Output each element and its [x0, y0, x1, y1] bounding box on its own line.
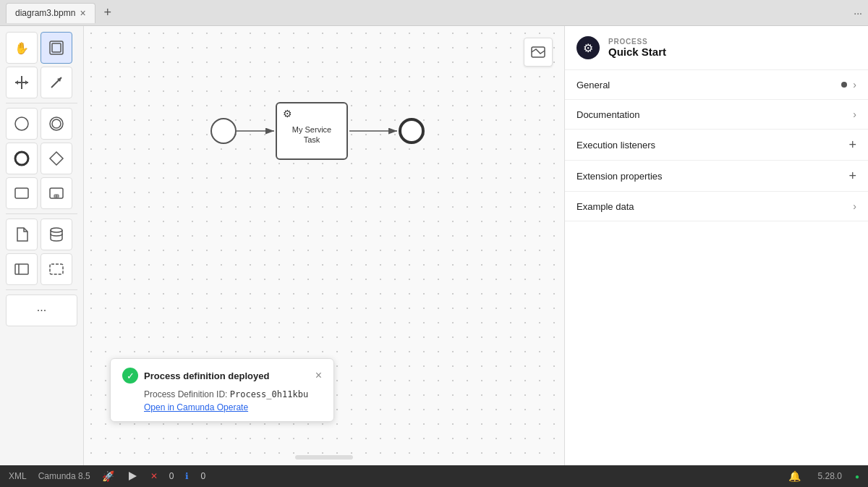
tab-label: diagram3.bpmn [15, 8, 75, 18]
intermediate-event-tool-button[interactable] [41, 108, 72, 140]
pool-tool-button[interactable] [6, 253, 38, 285]
extension-properties-section[interactable]: Extension properties + [565, 161, 868, 192]
execution-listeners-label: Execution listeners [576, 140, 848, 151]
error-count: 0 [169, 471, 174, 481]
svg-point-18 [51, 228, 62, 232]
version-label: 5.28.0 [818, 471, 842, 481]
extension-properties-label: Extension properties [576, 171, 848, 182]
space-tool-button[interactable] [6, 67, 38, 98]
execution-listeners-section[interactable]: Execution listeners + [565, 130, 868, 161]
svg-rect-21 [50, 264, 63, 274]
tool-row-7 [6, 253, 77, 285]
info-count: 0 [200, 471, 205, 481]
tool-row-5 [6, 177, 77, 209]
diagram-canvas[interactable]: ⚙ My ServiceTask ✓ Process definition de… [84, 26, 564, 465]
service-task-label: My ServiceTask [289, 124, 334, 145]
version-dot: ● [855, 473, 859, 480]
tool-row-4 [6, 143, 77, 174]
panel-badge: PROCESS [608, 38, 666, 46]
notification-title: Process definition deployed [144, 370, 310, 381]
group-tool-button[interactable] [41, 253, 72, 285]
documentation-section-label: Documentation [576, 109, 853, 120]
panel-title: Quick Start [608, 46, 666, 58]
svg-point-8 [15, 117, 28, 130]
tab-close-button[interactable]: × [80, 8, 85, 18]
toolbar-divider-3 [6, 289, 77, 290]
tab-more-button[interactable]: ··· [854, 7, 862, 19]
start-event-tool-button[interactable] [6, 108, 38, 140]
minimap-button[interactable] [524, 38, 553, 67]
example-data-chevron-icon: › [853, 200, 856, 212]
general-dot-indicator [841, 82, 847, 88]
general-section[interactable]: General › [565, 70, 868, 100]
end-event[interactable] [399, 118, 425, 144]
svg-rect-13 [15, 188, 28, 198]
notification-close-button[interactable]: × [315, 369, 322, 382]
title-bar: diagram3.bpmn × + ··· [0, 0, 868, 26]
toolbar-divider-2 [6, 213, 77, 214]
process-icon: ⚙ [576, 36, 600, 59]
documentation-chevron-icon: › [853, 109, 856, 120]
svg-marker-5 [25, 80, 28, 85]
properties-panel: ⚙ PROCESS Quick Start General › Document… [564, 26, 868, 465]
start-event[interactable] [210, 118, 237, 144]
info-icon: ℹ [185, 471, 189, 481]
new-tab-button[interactable]: + [101, 5, 115, 20]
extension-properties-add-icon[interactable]: + [848, 169, 856, 182]
panel-title-group: PROCESS Quick Start [608, 38, 666, 58]
example-data-label: Example data [576, 201, 853, 212]
svg-marker-26 [129, 472, 137, 480]
error-icon: ✕ [150, 471, 158, 481]
task-tool-button[interactable] [6, 177, 38, 209]
svg-point-11 [15, 152, 28, 165]
diagram-tab[interactable]: diagram3.bpmn × [6, 3, 95, 23]
deploy-button[interactable]: 🚀 [102, 470, 114, 482]
service-task[interactable]: ⚙ My ServiceTask [276, 102, 348, 160]
notifications-bell-button[interactable]: 🔔 [788, 470, 801, 482]
camunda-version-label: Camunda 8.5 [38, 471, 90, 481]
svg-rect-19 [15, 264, 28, 274]
svg-marker-12 [50, 152, 63, 165]
svg-point-10 [52, 119, 61, 128]
hand-tool-button[interactable]: ✋ [6, 32, 38, 64]
process-id-prefix: Process Definition ID: [144, 389, 227, 399]
more-tools-button[interactable]: ··· [6, 295, 77, 326]
data-object-tool-button[interactable] [6, 219, 38, 250]
documentation-section[interactable]: Documentation › [565, 100, 868, 130]
tool-row-6 [6, 219, 77, 250]
toolbar-divider-1 [6, 103, 77, 103]
notification-header: ✓ Process definition deployed × [122, 368, 322, 384]
tool-row-more: ··· [6, 295, 77, 326]
panel-header: ⚙ PROCESS Quick Start [565, 26, 868, 70]
run-button[interactable] [126, 470, 139, 483]
svg-marker-4 [15, 80, 18, 85]
deployment-notification: ✓ Process definition deployed × Process … [110, 358, 334, 422]
execution-listeners-add-icon[interactable]: + [848, 138, 856, 151]
example-data-section[interactable]: Example data › [565, 192, 868, 221]
toolbar: ✋ [0, 26, 84, 465]
main-layout: ✋ [0, 26, 868, 465]
general-section-label: General [576, 80, 841, 90]
success-icon: ✓ [122, 368, 138, 384]
connect-tool-button[interactable] [41, 67, 72, 98]
service-task-gear-icon: ⚙ [283, 108, 292, 119]
xml-label[interactable]: XML [9, 471, 27, 481]
general-chevron-icon: › [853, 79, 856, 90]
notification-body: Process Definition ID: Process_0h11kbu [122, 388, 322, 401]
scroll-indicator [295, 455, 353, 460]
data-store-tool-button[interactable] [41, 219, 72, 250]
gateway-tool-button[interactable] [41, 143, 72, 174]
tool-row-2 [6, 67, 77, 98]
open-camunda-operate-link[interactable]: Open in Camunda Operate [122, 402, 322, 412]
tool-row-1: ✋ [6, 32, 77, 64]
end-event-tool-button[interactable] [6, 143, 38, 174]
tool-row-3 [6, 108, 77, 140]
status-bar: XML Camunda 8.5 🚀 ✕ 0 ℹ 0 🔔 5.28.0 ● [0, 465, 868, 487]
subprocess-tool-button[interactable] [41, 177, 72, 209]
process-id-value: Process_0h11kbu [230, 389, 308, 399]
svg-rect-1 [52, 43, 61, 52]
select-tool-button[interactable] [41, 32, 72, 64]
